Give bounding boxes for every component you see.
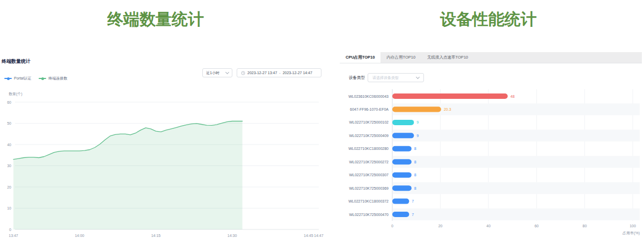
terminal-count-card-title: 终端数量统计 [2,58,31,65]
date-range-start: 2023-12-27 13:47 [247,71,277,75]
tab-0[interactable]: CPU占用TOP10 [340,52,380,63]
svg-text:7: 7 [412,213,414,217]
device-type-select[interactable]: 请选择设备类型 [368,73,424,82]
svg-text:数量(个): 数量(个) [9,92,23,96]
time-range-select[interactable]: 近1小时 [202,68,232,77]
svg-text:8: 8 [414,173,416,177]
date-range-end: 2023-12-27 14:47 [283,71,312,75]
svg-text:占用率(%): 占用率(%) [623,231,640,235]
page: 终端数量统计 设备性能统计 终端数量统计 近1小时 2023-12-27 13:… [0,0,644,245]
svg-text:8: 8 [414,186,416,190]
svg-text:40: 40 [486,224,491,228]
svg-text:14:47: 14:47 [314,234,324,237]
date-range-picker[interactable]: 2023-12-27 13:47 - 2023-12-27 14:47 [237,68,321,77]
chevron-down-icon [416,75,420,79]
svg-text:WL023610KC06000043: WL023610KC06000043 [348,95,389,98]
terminal-count-area-chart: 数量(个)010203040506013:4714:0014:1514:3014… [0,86,327,245]
svg-text:8: 8 [414,147,416,150]
svg-text:48: 48 [510,95,515,98]
chart-legend: Portal认证终端连接数 [4,76,67,81]
svg-text:14:30: 14:30 [228,234,237,237]
svg-text:40: 40 [7,143,11,147]
svg-text:8: 8 [414,160,416,164]
left-section-title: 终端数量统计 [0,10,311,29]
svg-text:60: 60 [535,224,539,228]
svg-text:7: 7 [412,199,414,203]
svg-text:WL022710K725000102: WL022710K725000102 [349,120,389,124]
svg-text:14:00: 14:00 [75,234,84,237]
svg-text:WL022710K725000307: WL022710K725000307 [349,173,389,177]
right-section-title: 设备性能统计 [333,10,644,29]
svg-text:9: 9 [416,120,419,124]
performance-tabbar: CPU占用TOP10内存占用TOP10无线接入点速率TOP10 [340,52,642,63]
svg-text:WL022710KC18000372: WL022710KC18000372 [348,199,389,203]
legend-label: 终端连接数 [48,76,67,81]
svg-text:9: 9 [416,134,419,138]
svg-text:20: 20 [438,224,443,228]
svg-text:WL022710K725000272: WL022710K725000272 [349,160,389,164]
svg-text:WL022710K725000470: WL022710K725000470 [349,213,389,217]
legend-item[interactable]: Portal认证 [4,76,31,81]
svg-text:WL022710K725000409: WL022710K725000409 [349,134,389,138]
svg-text:80: 80 [583,224,587,228]
chevron-down-icon [225,70,229,74]
svg-text:14:15: 14:15 [151,234,161,237]
svg-text:10: 10 [7,206,11,210]
svg-text:6047-FF96-1070-EF0A: 6047-FF96-1070-EF0A [350,107,389,111]
svg-text:0: 0 [391,224,393,228]
svg-text:60: 60 [7,100,11,104]
legend-marker-icon [39,78,46,79]
svg-text:100: 100 [630,224,636,228]
svg-text:0: 0 [9,228,11,232]
tab-1[interactable]: 内存占用TOP10 [380,52,421,63]
svg-text:20.3: 20.3 [444,107,451,111]
svg-text:50: 50 [7,121,11,125]
legend-label: Portal认证 [14,76,31,81]
date-range-separator: - [279,71,280,75]
time-range-select-value: 近1小时 [206,70,219,76]
svg-text:14:45: 14:45 [304,234,313,237]
legend-item[interactable]: 终端连接数 [39,76,67,81]
svg-text:20: 20 [7,185,11,189]
cpu-top10-bar-chart: WL023610KC06000043486047-FF96-1070-EF0A2… [333,86,644,245]
svg-text:13:47: 13:47 [9,234,18,237]
device-type-label: 设备类型 [349,75,365,81]
svg-text:30: 30 [7,164,11,168]
tab-2[interactable]: 无线接入点速率TOP10 [421,52,474,63]
svg-text:WL022710K725000369: WL022710K725000369 [349,186,389,190]
legend-marker-icon [4,78,12,79]
device-type-placeholder: 请选择设备类型 [372,75,399,81]
svg-text:WL022710KC18000280: WL022710KC18000280 [348,147,389,150]
clock-icon [241,71,245,75]
